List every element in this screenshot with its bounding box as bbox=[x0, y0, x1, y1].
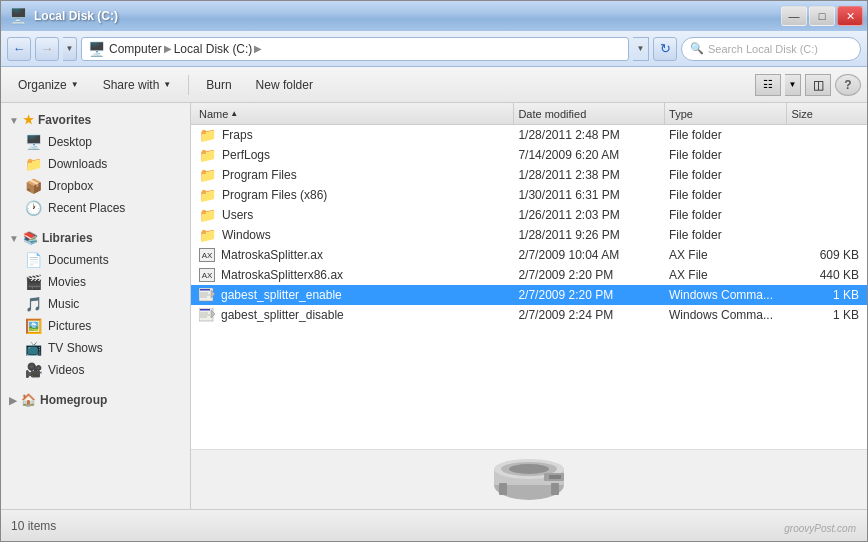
downloads-label: Downloads bbox=[48, 157, 107, 171]
status-bar: 10 items bbox=[1, 509, 867, 541]
libraries-label: Libraries bbox=[42, 231, 93, 245]
svg-rect-19 bbox=[499, 483, 507, 495]
libraries-section[interactable]: ▼ 📚 Libraries bbox=[1, 227, 190, 249]
file-name: 📁 PerfLogs bbox=[195, 147, 514, 163]
close-button[interactable]: ✕ bbox=[837, 6, 863, 26]
table-row[interactable]: gabest_splitter_disable 2/7/2009 2:24 PM… bbox=[191, 305, 867, 325]
libraries-arrow-icon: ▼ bbox=[9, 233, 19, 244]
minimize-button[interactable]: — bbox=[781, 6, 807, 26]
path-local-disk[interactable]: Local Disk (C:) bbox=[174, 42, 253, 56]
sidebar-item-tvshows[interactable]: 📺 TV Shows bbox=[1, 337, 190, 359]
file-type: File folder bbox=[665, 128, 787, 142]
toolbar-separator bbox=[188, 75, 189, 95]
title-bar-text: Local Disk (C:) bbox=[34, 9, 118, 23]
address-dropdown-button[interactable]: ▼ bbox=[633, 37, 649, 61]
table-row[interactable]: AX MatroskaSplitterx86.ax 2/7/2009 2:20 … bbox=[191, 265, 867, 285]
col-header-size[interactable]: Size bbox=[787, 103, 863, 124]
sidebar-item-downloads[interactable]: 📁 Downloads bbox=[1, 153, 190, 175]
table-row[interactable]: 📁 Program Files (x86) 1/30/2011 6:31 PM … bbox=[191, 185, 867, 205]
path-computer[interactable]: Computer bbox=[109, 42, 162, 56]
svg-point-16 bbox=[509, 464, 549, 474]
cmd-file-icon bbox=[199, 308, 215, 322]
burn-button[interactable]: Burn bbox=[195, 72, 242, 98]
organize-button[interactable]: Organize ▼ bbox=[7, 72, 90, 98]
file-size: 440 KB bbox=[787, 268, 863, 282]
folder-icon: 📁 bbox=[199, 147, 216, 163]
sidebar-item-movies[interactable]: 🎬 Movies bbox=[1, 271, 190, 293]
file-type: File folder bbox=[665, 168, 787, 182]
hdd-image bbox=[489, 455, 569, 505]
file-name: gabest_splitter_disable bbox=[195, 308, 514, 322]
sidebar-item-videos[interactable]: 🎥 Videos bbox=[1, 359, 190, 381]
address-path[interactable]: 🖥️ Computer ▶ Local Disk (C:) ▶ bbox=[81, 37, 629, 61]
sidebar-item-desktop[interactable]: 🖥️ Desktop bbox=[1, 131, 190, 153]
col-header-name[interactable]: Name ▲ bbox=[195, 103, 514, 124]
movies-icon: 🎬 bbox=[25, 274, 42, 290]
back-button[interactable]: ← bbox=[7, 37, 31, 61]
nav-dropdown-button[interactable]: ▼ bbox=[63, 37, 77, 61]
file-date: 1/26/2011 2:03 PM bbox=[514, 208, 665, 222]
homegroup-section[interactable]: ▶ 🏠 Homegroup bbox=[1, 389, 190, 411]
col-header-type[interactable]: Type bbox=[665, 103, 787, 124]
table-row[interactable]: gabest_splitter_enable 2/7/2009 2:20 PM … bbox=[191, 285, 867, 305]
sort-arrow-name: ▲ bbox=[230, 109, 238, 118]
new-folder-button[interactable]: New folder bbox=[245, 72, 324, 98]
sidebar-item-pictures[interactable]: 🖼️ Pictures bbox=[1, 315, 190, 337]
table-row[interactable]: AX MatroskaSplitter.ax 2/7/2009 10:04 AM… bbox=[191, 245, 867, 265]
file-type: File folder bbox=[665, 208, 787, 222]
documents-label: Documents bbox=[48, 253, 109, 267]
file-type: File folder bbox=[665, 188, 787, 202]
homegroup-label: Homegroup bbox=[40, 393, 107, 407]
path-sep-2: ▶ bbox=[254, 43, 262, 54]
file-date: 1/30/2011 6:31 PM bbox=[514, 188, 665, 202]
share-with-button[interactable]: Share with ▼ bbox=[92, 72, 183, 98]
sidebar-item-music[interactable]: 🎵 Music bbox=[1, 293, 190, 315]
recent-places-icon: 🕐 bbox=[25, 200, 42, 216]
table-row[interactable]: 📁 Windows 1/28/2011 9:26 PM File folder bbox=[191, 225, 867, 245]
sidebar-item-recent-places[interactable]: 🕐 Recent Places bbox=[1, 197, 190, 219]
forward-button[interactable]: → bbox=[35, 37, 59, 61]
file-date: 7/14/2009 6:20 AM bbox=[514, 148, 665, 162]
title-bar: 🖥️ Local Disk (C:) — □ ✕ bbox=[1, 1, 867, 31]
sidebar-item-documents[interactable]: 📄 Documents bbox=[1, 249, 190, 271]
favorites-label: Favorites bbox=[38, 113, 91, 127]
folder-icon: 📁 bbox=[199, 207, 216, 223]
favorites-section[interactable]: ▼ ★ Favorites bbox=[1, 109, 190, 131]
pane-button[interactable]: ◫ bbox=[805, 74, 831, 96]
view-button[interactable]: ☷ bbox=[755, 74, 781, 96]
search-icon: 🔍 bbox=[690, 42, 704, 55]
tvshows-icon: 📺 bbox=[25, 340, 42, 356]
view-dropdown-button[interactable]: ▼ bbox=[785, 74, 801, 96]
toolbar: Organize ▼ Share with ▼ Burn New folder … bbox=[1, 67, 867, 103]
dropbox-label: Dropbox bbox=[48, 179, 93, 193]
file-name: 📁 Windows bbox=[195, 227, 514, 243]
ax-file-icon: AX bbox=[199, 248, 215, 262]
file-size: 1 KB bbox=[787, 288, 863, 302]
file-list[interactable]: 📁 Fraps 1/28/2011 2:48 PM File folder 📁 … bbox=[191, 125, 867, 449]
table-row[interactable]: 📁 Fraps 1/28/2011 2:48 PM File folder bbox=[191, 125, 867, 145]
file-type: File folder bbox=[665, 228, 787, 242]
maximize-button[interactable]: □ bbox=[809, 6, 835, 26]
cmd-file-icon bbox=[199, 288, 215, 302]
file-name: 📁 Program Files bbox=[195, 167, 514, 183]
table-row[interactable]: 📁 Program Files 1/28/2011 2:38 PM File f… bbox=[191, 165, 867, 185]
col-header-date[interactable]: Date modified bbox=[514, 103, 665, 124]
organize-dropdown-icon: ▼ bbox=[71, 80, 79, 89]
file-size: 609 KB bbox=[787, 248, 863, 262]
table-row[interactable]: 📁 Users 1/26/2011 2:03 PM File folder bbox=[191, 205, 867, 225]
refresh-button[interactable]: ↻ bbox=[653, 37, 677, 61]
favorites-star-icon: ★ bbox=[23, 113, 34, 127]
sidebar-item-dropbox[interactable]: 📦 Dropbox bbox=[1, 175, 190, 197]
left-nav: ▼ ★ Favorites 🖥️ Desktop 📁 Downloads 📦 D… bbox=[1, 103, 191, 509]
new-folder-label: New folder bbox=[256, 78, 313, 92]
table-row[interactable]: 📁 PerfLogs 7/14/2009 6:20 AM File folder bbox=[191, 145, 867, 165]
favorites-arrow-icon: ▼ bbox=[9, 115, 19, 126]
dropbox-icon: 📦 bbox=[25, 178, 42, 194]
file-date: 2/7/2009 2:24 PM bbox=[514, 308, 665, 322]
main-area: ▼ ★ Favorites 🖥️ Desktop 📁 Downloads 📦 D… bbox=[1, 103, 867, 509]
homegroup-icon: 🏠 bbox=[21, 393, 36, 407]
videos-label: Videos bbox=[48, 363, 84, 377]
file-type: AX File bbox=[665, 248, 787, 262]
help-button[interactable]: ? bbox=[835, 74, 861, 96]
search-box[interactable]: 🔍 Search Local Disk (C:) bbox=[681, 37, 861, 61]
